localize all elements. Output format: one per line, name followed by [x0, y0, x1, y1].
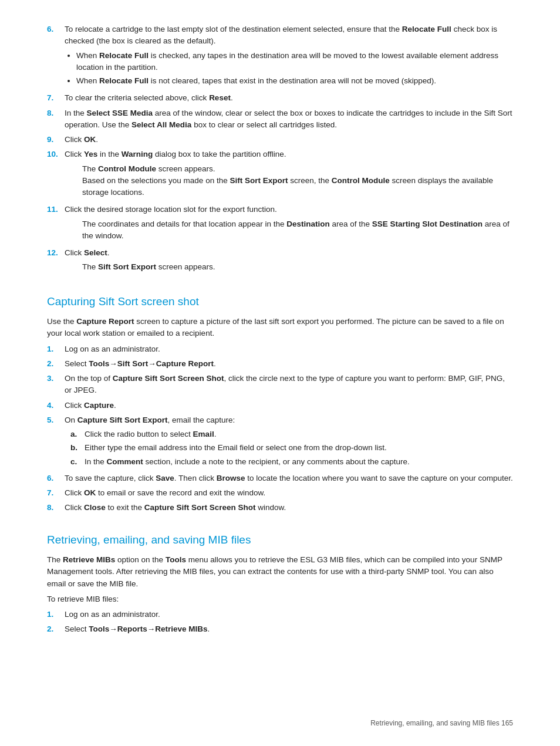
list-content: Select Tools→Sift Sort→Capture Report. [65, 358, 513, 370]
list-content: To clear the criteria selected above, cl… [65, 92, 513, 104]
list-item: 6. To save the capture, click Save. Then… [47, 472, 513, 484]
list-num: 6. [47, 472, 65, 484]
list-num: 3. [47, 373, 65, 384]
list-text: To clear the criteria selected above, cl… [65, 93, 233, 102]
list-num: 2. [47, 623, 65, 635]
section2-intro: The Retrieve MIBs option on the Tools me… [47, 554, 513, 590]
list-item: 1. Log on as an administrator. [47, 343, 513, 355]
list-text: Click Capture. [65, 401, 116, 410]
list-content: To save the capture, click Save. Then cl… [65, 472, 513, 484]
indent-text: Based on the selections you made on the … [82, 175, 513, 199]
alpha-text: Either type the email address into the E… [85, 442, 387, 454]
list-content: In the Select SSE Media area of the wind… [65, 107, 513, 131]
list-item: 8. Click Close to exit the Capture Sift … [47, 502, 513, 514]
list-text: On Capture Sift Sort Export, email the c… [65, 416, 235, 424]
alpha-label: c. [70, 456, 85, 468]
indent-block: The Sift Sort Export screen appears. [82, 261, 513, 273]
sub-bullet-item: When Relocate Full is checked, any tapes… [76, 50, 513, 74]
section1-intro: Use the Capture Report screen to capture… [47, 316, 513, 340]
list-num: 1. [47, 609, 65, 620]
sub-bullet-item: When Relocate Full is not cleared, tapes… [76, 75, 513, 87]
alpha-item: b. Either type the email address into th… [70, 442, 513, 454]
intro-list: 6. To relocate a cartridge to the last e… [47, 23, 513, 276]
list-item: 2. Select Tools→Reports→Retrieve MIBs. [47, 623, 513, 635]
alpha-text: Click the radio button to select Email. [85, 428, 216, 440]
footer-text: Retrieving, emailing, and saving MIB fil… [370, 719, 513, 727]
section2-heading: Retrieving, emailing, and saving MIB fil… [47, 532, 513, 549]
list-text: Click OK. [65, 135, 98, 144]
list-content: Click the desired storage location slot … [65, 204, 513, 244]
list-num: 7. [47, 92, 65, 104]
list-content: On the top of Capture Sift Sort Screen S… [65, 373, 513, 397]
indent-text: The Sift Sort Export screen appears. [82, 261, 513, 273]
list-text: To relocate a cartridge to the last empt… [65, 25, 497, 45]
list-content: Click Close to exit the Capture Sift Sor… [65, 502, 513, 514]
list-item: 6. To relocate a cartridge to the last e… [47, 23, 513, 89]
list-text: Click Select. [65, 248, 110, 257]
list-num: 5. [47, 414, 65, 426]
list-item: 1. Log on as an administrator. [47, 609, 513, 620]
alpha-item: c. In the Comment section, include a not… [70, 456, 513, 468]
page-footer: Retrieving, emailing, and saving MIB fil… [370, 718, 513, 728]
list-num: 2. [47, 358, 65, 370]
indent-text: The Control Module screen appears. [82, 163, 513, 175]
alpha-label: a. [70, 428, 85, 440]
list-item: 4. Click Capture. [47, 400, 513, 411]
list-content: Click OK. [65, 134, 513, 146]
list-content: To relocate a cartridge to the last empt… [65, 23, 513, 89]
list-text: Click Yes in the Warning dialog box to t… [65, 150, 286, 158]
list-text: To save the capture, click Save. Then cl… [65, 474, 513, 482]
list-num: 11. [47, 204, 65, 215]
indent-text: The coordinates and details for that loc… [82, 218, 513, 242]
sub-bullet-list: When Relocate Full is checked, any tapes… [76, 50, 513, 87]
list-item: 7. To clear the criteria selected above,… [47, 92, 513, 104]
list-content: Click Capture. [65, 400, 513, 411]
list-item: 8. In the Select SSE Media area of the w… [47, 107, 513, 131]
list-num: 8. [47, 502, 65, 514]
page-content: 6. To relocate a cartridge to the last e… [47, 23, 513, 636]
list-text: Click the desired storage location slot … [65, 205, 277, 214]
list-text: Click OK to email or save the record and… [65, 488, 265, 497]
list-num: 1. [47, 343, 65, 355]
section1-heading: Capturing Sift Sort screen shot [47, 293, 513, 310]
list-text: On the top of Capture Sift Sort Screen S… [65, 374, 505, 394]
list-content: Click OK to email or save the record and… [65, 487, 513, 499]
list-text: Log on as an administrator. [65, 345, 160, 353]
section2-intro2: To retrieve MIB files: [47, 593, 513, 605]
list-item: 3. On the top of Capture Sift Sort Scree… [47, 373, 513, 397]
list-text: Click Close to exit the Capture Sift Sor… [65, 503, 286, 512]
list-item: 5. On Capture Sift Sort Export, email th… [47, 414, 513, 470]
list-text: Select Tools→Reports→Retrieve MIBs. [65, 625, 210, 633]
list-item: 11. Click the desired storage location s… [47, 204, 513, 244]
list-num: 8. [47, 107, 65, 119]
list-item: 10. Click Yes in the Warning dialog box … [47, 148, 513, 201]
indent-block: The coordinates and details for that loc… [82, 218, 513, 242]
list-num: 12. [47, 247, 65, 259]
list-text: In the Select SSE Media area of the wind… [65, 109, 512, 129]
list-item: 9. Click OK. [47, 134, 513, 146]
section1-steps: 1. Log on as an administrator. 2. Select… [47, 343, 513, 514]
list-text: Select Tools→Sift Sort→Capture Report. [65, 359, 216, 368]
alpha-text: In the Comment section, include a note t… [85, 456, 410, 468]
list-num: 4. [47, 400, 65, 411]
section2-steps: 1. Log on as an administrator. 2. Select… [47, 609, 513, 636]
list-content: Log on as an administrator. [65, 609, 513, 620]
list-content: Click Yes in the Warning dialog box to t… [65, 148, 513, 201]
list-num: 10. [47, 148, 65, 160]
list-content: On Capture Sift Sort Export, email the c… [65, 414, 513, 470]
alpha-label: b. [70, 442, 85, 454]
list-num: 7. [47, 487, 65, 499]
list-content: Click Select. The Sift Sort Export scree… [65, 247, 513, 276]
alpha-item: a. Click the radio button to select Emai… [70, 428, 513, 440]
list-item: 12. Click Select. The Sift Sort Export s… [47, 247, 513, 276]
list-num: 6. [47, 23, 65, 35]
indent-block: The Control Module screen appears. Based… [82, 163, 513, 199]
list-item: 2. Select Tools→Sift Sort→Capture Report… [47, 358, 513, 370]
list-text: Log on as an administrator. [65, 610, 160, 619]
list-item: 7. Click OK to email or save the record … [47, 487, 513, 499]
list-content: Select Tools→Reports→Retrieve MIBs. [65, 623, 513, 635]
alpha-list: a. Click the radio button to select Emai… [70, 428, 513, 468]
list-content: Log on as an administrator. [65, 343, 513, 355]
list-num: 9. [47, 134, 65, 146]
